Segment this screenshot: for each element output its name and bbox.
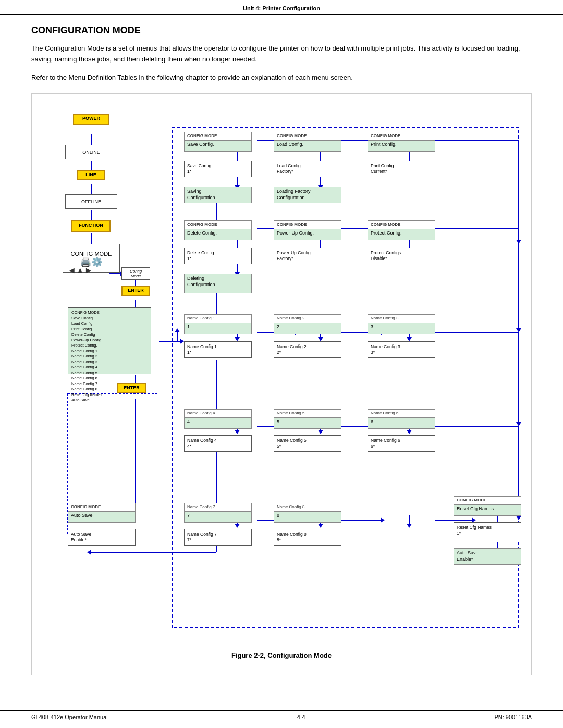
section-title: CONFIGURATION MODE (31, 25, 532, 36)
config-mode-label: ConfigMode (121, 267, 150, 280)
config-save-sub: Save Config.1* (184, 161, 252, 177)
config-deleting-action: DeletingConfiguration (184, 274, 252, 293)
config-print-sub: Print Config.Current* (368, 161, 435, 177)
name-config-4-title: Name Config 4 4 (184, 409, 252, 429)
name-config-5-sub: Name Config 55* (274, 435, 341, 452)
svg-marker-66 (318, 337, 323, 341)
config-load-sub: Load Config.Factory* (274, 161, 341, 177)
intro-para1: The Configuration Mode is a set of menus… (31, 43, 532, 65)
main-config-menu: CONFIG MODE Save Config. Load Config. Pr… (68, 307, 151, 374)
svg-marker-55 (516, 328, 521, 332)
config-powerup-title: CONFIG MODE Power-Up Config. (274, 220, 341, 240)
name-config-2-sub: Name Config 22* (274, 341, 341, 358)
page-header: Unit 4: Printer Configuration (0, 0, 563, 15)
svg-marker-89 (235, 524, 240, 528)
enter-button-1: ENTER (121, 286, 150, 296)
svg-marker-79 (318, 430, 323, 434)
svg-marker-101 (175, 328, 180, 332)
name-config-4-sub: Name Config 44* (184, 435, 252, 452)
diagram-container: POWER ONLINE LINE OFFLINE FUNCTION CONFI… (31, 93, 532, 675)
page-footer: GL408-412e Operator Manual 4-4 PN: 90011… (0, 710, 563, 720)
svg-marker-64 (235, 337, 240, 341)
name-config-7-sub: Name Config 77* (184, 529, 252, 546)
config-delete-sub: Delete Config.1* (184, 248, 252, 264)
name-config-6-sub: Name Config 66* (368, 435, 435, 452)
config-print-title: CONFIG MODE Print Config. (368, 132, 435, 152)
svg-marker-85 (381, 517, 385, 523)
svg-marker-112 (87, 550, 91, 555)
config-protect-sub: Protect Configs.Disable* (368, 248, 435, 264)
svg-marker-23 (180, 339, 184, 344)
svg-marker-75 (516, 516, 521, 520)
figure-caption: Figure 2-2, Configuration Mode (37, 651, 526, 659)
svg-marker-99 (180, 339, 184, 344)
svg-marker-93 (407, 524, 412, 528)
name-config-6-title: Name Config 6 6 (368, 409, 435, 429)
offline-node: OFFLINE (65, 194, 117, 209)
reset-cfg-title: CONFIG MODE Reset Cfg Names (454, 496, 521, 516)
online-node: ONLINE (65, 145, 117, 159)
svg-marker-91 (318, 524, 323, 528)
line-button: LINE (77, 170, 105, 180)
svg-marker-68 (407, 337, 412, 341)
name-config-3-sub: Name Config 33* (368, 341, 435, 358)
name-config-8-sub: Name Config 88* (274, 529, 341, 546)
function-button: FUNCTION (71, 220, 111, 232)
name-config-8-title: Name Config 8 8 (274, 503, 341, 523)
enter-button-2: ENTER (117, 383, 146, 393)
name-config-1-sub: Name Config 11* (184, 341, 252, 358)
autosave-sub: Auto SaveEnable* (68, 529, 136, 546)
config-powerup-sub: Power-Up Config.Factory* (274, 248, 341, 264)
config-loading-action: Loading FactoryConfiguration (274, 187, 341, 203)
nav-keys: ◄▲► (68, 266, 104, 275)
config-saving-action: SavingConfiguration (184, 187, 252, 203)
footer-right: PN: 9001163A (494, 714, 532, 720)
config-delete-title: CONFIG MODE Delete Config. (184, 220, 252, 240)
reset-cfg-sub: Reset Cfg Names1* (454, 522, 521, 540)
autosave-title: CONFIG MODE Auto Save (68, 503, 136, 523)
name-config-5-title: Name Config 5 5 (274, 409, 341, 429)
footer-left: GL408-412e Operator Manual (31, 714, 108, 720)
config-save-title: CONFIG MODE Save Config. (184, 132, 252, 152)
power-button: POWER (73, 114, 109, 125)
name-config-1-title: Name Config 1 1 (184, 314, 252, 334)
svg-marker-77 (235, 430, 240, 434)
name-config-7-title: Name Config 7 7 (184, 503, 252, 523)
config-protect-title: CONFIG MODE Protect Config. (368, 220, 435, 240)
config-load-title: CONFIG MODE Load Config. (274, 132, 341, 152)
svg-marker-62 (516, 422, 521, 426)
name-config-2-title: Name Config 2 2 (274, 314, 341, 334)
footer-center: 4-4 (297, 714, 305, 720)
svg-marker-81 (407, 430, 412, 434)
svg-marker-40 (516, 240, 521, 244)
intro-para2: Refer to the Menu Definition Tables in t… (31, 72, 532, 83)
name-config-3-title: Name Config 3 3 (368, 314, 435, 334)
reset-cfg-autosave: Auto SaveEnable* (454, 548, 521, 565)
